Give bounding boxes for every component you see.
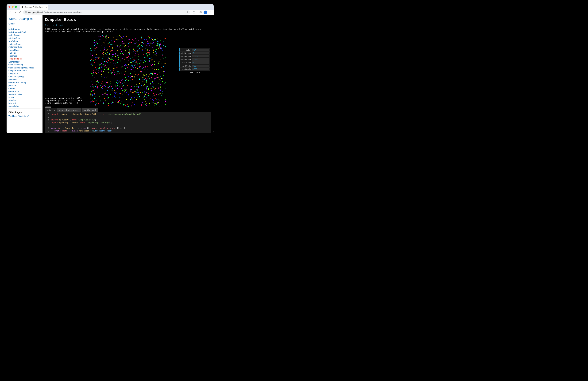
sidebar-divider: [8, 26, 41, 26]
browser-window: Compute Boids - WebGPU S × + webgpu.gith…: [7, 4, 214, 133]
code-editor[interactable]: 123456789101112 import { assert, makeSam…: [45, 112, 211, 133]
svg-point-4: [25, 11, 26, 12]
other-pages-list: Workload Simulator ↗: [8, 115, 41, 117]
nav-item-cameras[interactable]: cameras: [8, 52, 17, 54]
page-description: A GPU compute particle simulation that m…: [45, 28, 211, 33]
nav-item-samplerParameters[interactable]: samplerParameters: [8, 69, 26, 72]
nav-item-helloTriangle[interactable]: helloTriangle: [8, 28, 20, 30]
nav-item-A-buffer[interactable]: A-buffer: [8, 99, 16, 101]
gui-row-rule1Scale[interactable]: rule1Scale0.02: [179, 61, 210, 64]
brand-title: WebGPU Samples: [8, 17, 41, 21]
nav-item-fractalCube[interactable]: fractalCube: [8, 49, 19, 51]
url-text: webgpu.github.io/webgpu-samples/samples/…: [28, 11, 82, 13]
gui-value-input[interactable]: 0.005: [192, 68, 209, 70]
nav-item-cubemap[interactable]: cubemap: [8, 55, 17, 57]
gui-row-rule2Scale[interactable]: rule2Scale0.05: [179, 64, 210, 67]
gui-label: rule2Scale: [180, 65, 192, 67]
menu-icon[interactable]: [208, 10, 212, 15]
gui-value-input[interactable]: 0.04: [192, 49, 209, 51]
nav-item-helloTriangleMSAA[interactable]: helloTriangleMSAA: [8, 31, 26, 33]
nav-item-worker[interactable]: worker: [8, 96, 15, 99]
tabs-dropdown-icon[interactable]: [209, 5, 212, 9]
perf-stats: avg compute pass duration: 886µs avg ren…: [45, 97, 82, 104]
gui-value-input[interactable]: 0.05: [192, 65, 209, 67]
gui-value-input[interactable]: 0.025: [192, 55, 209, 57]
bookmark-icon[interactable]: [186, 11, 189, 14]
gui-value-input[interactable]: 0.025: [192, 58, 209, 61]
gui-value-input[interactable]: 0.1: [192, 52, 209, 54]
github-link[interactable]: Github: [8, 22, 41, 25]
nav-item-imageBlur[interactable]: imageBlur: [8, 72, 18, 75]
nav-item-bitonicSort[interactable]: bitonicSort: [8, 102, 18, 104]
gui-row-deltaT[interactable]: deltaT0.04: [179, 48, 210, 51]
browser-tab[interactable]: Compute Boids - WebGPU S ×: [20, 5, 48, 10]
toolbar: webgpu.github.io/webgpu-samples/samples/…: [7, 10, 214, 15]
source-panel: main.tsupdateSprites.wgslsprite.wgsl 123…: [45, 107, 211, 133]
svg-point-9: [210, 11, 210, 12]
tab-favicon: [21, 6, 23, 8]
code-tab-updateSprites.wgsl[interactable]: updateSprites.wgsl: [57, 108, 82, 112]
nav-item-animometer[interactable]: animometer: [8, 61, 20, 63]
sample-list: helloTrianglehelloTriangleMSAAresizeCanv…: [8, 28, 41, 107]
page-content: WebGPU Samples Github helloTrianglehello…: [7, 15, 214, 133]
gui-value-input[interactable]: 0.02: [192, 61, 209, 64]
nav-item-cornell[interactable]: cornell: [8, 87, 15, 90]
nav-item-instancedCube[interactable]: instancedCube: [8, 46, 22, 48]
nav-item-reversedZ[interactable]: reversedZ: [8, 78, 18, 81]
nav-item-gameOfLife[interactable]: gameOfLife: [8, 90, 19, 93]
forward-button[interactable]: [13, 10, 17, 15]
drag-handle[interactable]: [45, 107, 51, 108]
nav-item-renderBundles[interactable]: renderBundles: [8, 93, 22, 95]
code-tab-sprite.wgsl[interactable]: sprite.wgsl: [82, 108, 98, 112]
nav-item-resizeCanvas[interactable]: resizeCanvas: [8, 34, 21, 36]
minimize-window-icon[interactable]: [12, 6, 14, 8]
nav-item-rotatingCube[interactable]: rotatingCube: [8, 37, 20, 39]
tab-title: Compute Boids - WebGPU S: [24, 6, 44, 8]
gui-label: rule2Distance: [180, 55, 192, 57]
main-panel: Compute Boids See it on Github! A GPU co…: [42, 15, 214, 133]
gui-row-rule2Distance[interactable]: rule2Distance0.025: [179, 55, 210, 58]
svg-point-11: [210, 13, 210, 13]
nav-item-twoCubes[interactable]: twoCubes: [8, 40, 18, 42]
nav-item-deferredRendering[interactable]: deferredRendering: [8, 81, 26, 84]
gui-label: deltaT: [180, 49, 192, 51]
close-window-icon[interactable]: [8, 6, 10, 8]
gui-row-rule3Scale[interactable]: rule3Scale0.005: [179, 67, 210, 71]
nav-item-texturedCube[interactable]: texturedCube: [8, 43, 21, 45]
nav-item-computeBoids[interactable]: computeBoids: [8, 58, 21, 60]
gui-row-rule1Distance[interactable]: rule1Distance0.1: [179, 51, 210, 55]
other-page-link[interactable]: Workload Simulator ↗: [8, 115, 29, 117]
see-on-github-link[interactable]: See it on Github!: [45, 24, 211, 26]
gui-close-button[interactable]: Close Controls: [179, 71, 210, 74]
new-tab-button[interactable]: +: [50, 5, 54, 9]
nav-item-videoUploadingWebCodecs[interactable]: videoUploadingWebCodecs: [8, 67, 34, 69]
site-settings-icon[interactable]: [25, 11, 27, 14]
back-button[interactable]: [8, 10, 12, 15]
zoom-window-icon[interactable]: [15, 6, 17, 8]
nav-item-videoUploading[interactable]: videoUploading: [8, 64, 23, 66]
gui-label: rule3Scale: [180, 68, 192, 70]
side-panel-icon[interactable]: [198, 10, 203, 15]
nav-item-shadowMapping[interactable]: shadowMapping: [8, 75, 24, 78]
gui-row-rule3Distance[interactable]: rule3Distance0.025: [179, 58, 210, 61]
svg-point-10: [210, 12, 210, 12]
code-tab-main.ts[interactable]: main.ts: [45, 108, 57, 112]
code-tabs: main.tsupdateSprites.wgslsprite.wgsl: [45, 108, 211, 112]
titlebar: Compute Boids - WebGPU S × +: [7, 4, 214, 10]
address-bar[interactable]: webgpu.github.io/webgpu-samples/samples/…: [23, 10, 190, 15]
sidebar[interactable]: WebGPU Samples Github helloTrianglehello…: [7, 15, 42, 133]
nav-item-normalMap[interactable]: normalMap: [8, 105, 19, 107]
extensions-icon[interactable]: [192, 10, 196, 15]
sidebar-divider: [8, 108, 41, 109]
nav-item-particles[interactable]: particles: [8, 84, 16, 87]
profile-avatar[interactable]: [203, 10, 208, 15]
gui-panel[interactable]: deltaT0.04rule1Distance0.1rule2Distance0…: [179, 48, 210, 74]
close-tab-icon[interactable]: ×: [45, 6, 47, 8]
svg-rect-7: [201, 12, 202, 13]
other-pages-header: Other Pages: [8, 111, 41, 113]
gui-label: rule1Distance: [180, 52, 192, 54]
reload-button[interactable]: [18, 10, 22, 15]
svg-point-5: [26, 12, 26, 13]
svg-point-8: [205, 12, 206, 12]
gui-label: rule3Distance: [180, 59, 192, 61]
